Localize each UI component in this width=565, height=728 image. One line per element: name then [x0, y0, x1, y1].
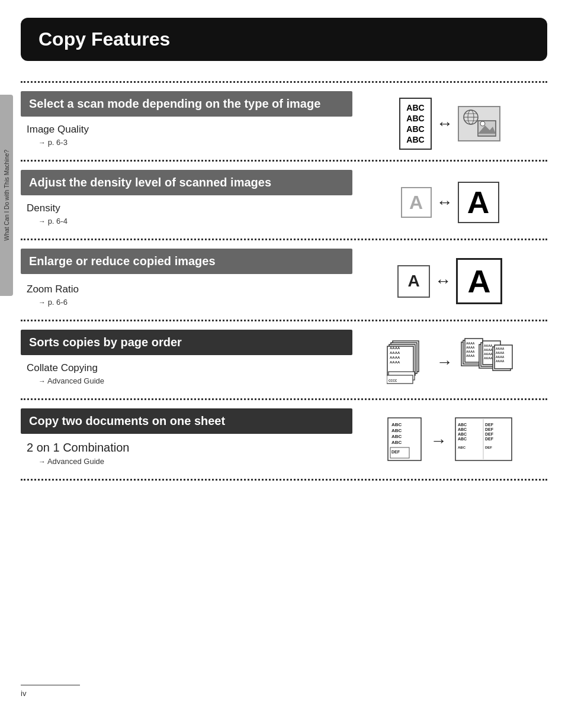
svg-text:AAAA: AAAA	[484, 348, 493, 352]
sub-image-quality: Image Quality	[27, 124, 352, 136]
ref-text-5: Advanced Guide	[47, 457, 104, 466]
section-zoom: Enlarge or reduce copied images Zoom Rat…	[21, 249, 547, 311]
divider-5	[21, 398, 547, 400]
arrow-two-on-one: →	[431, 431, 447, 450]
iq-line2: ABC	[406, 113, 424, 124]
svg-text:DEF: DEF	[485, 437, 494, 441]
svg-text:ABC: ABC	[391, 440, 402, 445]
density-large-box: A	[458, 182, 499, 223]
svg-text:AAAA: AAAA	[484, 356, 493, 360]
ref-text-1: p. 6-3	[48, 138, 68, 147]
ref-density: → p. 6-4	[38, 217, 352, 226]
svg-text:DEF: DEF	[485, 427, 494, 431]
svg-text:AAAA: AAAA	[390, 360, 400, 364]
arrow-zoom: ↔	[435, 272, 451, 291]
section-density-left: Adjust the density level of scanned imag…	[21, 170, 352, 230]
ref-arrow-1: →	[38, 138, 46, 147]
ref-zoom: → p. 6-6	[38, 298, 352, 307]
svg-text:DEF: DEF	[391, 450, 400, 454]
svg-text:AAAA: AAAA	[496, 359, 505, 363]
ref-collate: → Advanced Guide	[38, 376, 352, 385]
iq-line3: ABC	[406, 124, 424, 134]
arrow-image-quality: ↔	[436, 114, 453, 133]
svg-text:AAAA: AAAA	[484, 344, 493, 347]
two-on-one-result-svg: ABC ABC ABC ABC ABC DEF DEF DEF DEF DEF	[454, 417, 513, 465]
section-collate-illustration: AAAA AAAA AAAA AAAA BBBB CCCC → AAAA AAA…	[352, 330, 547, 389]
svg-text:ABC: ABC	[391, 434, 402, 439]
iq-photo-svg	[460, 108, 498, 140]
footer: iv	[21, 685, 80, 698]
section-image-quality-left: Select a scan mode depending on the type…	[21, 91, 352, 152]
section-density: Adjust the density level of scanned imag…	[21, 170, 547, 230]
svg-text:AAAA: AAAA	[496, 355, 505, 359]
divider-2	[21, 160, 547, 162]
section-zoom-left: Enlarge or reduce copied images Zoom Rat…	[21, 249, 352, 311]
iq-line1: ABC	[406, 102, 424, 113]
svg-text:AAAA: AAAA	[466, 350, 475, 353]
divider-4	[21, 320, 547, 321]
heading-two-on-one: Copy two documents on one sheet	[21, 408, 352, 434]
section-image-quality-illustration: ABC ABC ABC ABC ↔	[352, 91, 547, 150]
svg-text:CCCC: CCCC	[389, 379, 397, 382]
svg-text:ABC: ABC	[458, 446, 466, 449]
heading-image-quality: Select a scan mode depending on the type…	[21, 91, 352, 117]
collate-after-svg: AAAA AAAA AAAA AAAA AAAA AAAA AAAA AAAA …	[460, 336, 513, 388]
ref-text-4: Advanced Guide	[47, 376, 104, 385]
svg-text:ABC: ABC	[458, 423, 467, 427]
heading-density: Adjust the density level of scanned imag…	[21, 170, 352, 195]
section-collate: Sorts copies by page order Collate Copyi…	[21, 330, 547, 390]
zoom-small-letter: A	[407, 272, 419, 291]
section-two-on-one: Copy two documents on one sheet 2 on 1 C…	[21, 408, 547, 471]
section-two-on-one-left: Copy two documents on one sheet 2 on 1 C…	[21, 408, 352, 471]
iq-photo-box	[458, 106, 500, 141]
svg-text:AAAA: AAAA	[390, 356, 400, 359]
svg-text:AAAA: AAAA	[466, 354, 475, 357]
svg-text:AAAA: AAAA	[484, 352, 493, 356]
sub-two-on-one: 2 on 1 Combination	[27, 441, 352, 455]
ref-text-2: p. 6-4	[48, 217, 68, 226]
ref-text-3: p. 6-6	[48, 298, 68, 307]
svg-point-7	[480, 121, 485, 126]
svg-text:AAAA: AAAA	[496, 351, 505, 355]
main-content: Select a scan mode depending on the type…	[21, 61, 547, 481]
iq-text-box: ABC ABC ABC ABC	[399, 98, 431, 150]
ref-two-on-one: → Advanced Guide	[38, 457, 352, 466]
page-title: Copy Features	[38, 28, 529, 50]
sub-density: Density	[27, 202, 352, 214]
sub-collate: Collate Copying	[27, 362, 352, 374]
ref-image-quality: → p. 6-3	[38, 138, 352, 147]
svg-text:DEF: DEF	[485, 446, 492, 449]
density-small-box: A	[401, 187, 432, 218]
section-zoom-illustration: A ↔ A	[352, 249, 547, 308]
divider-6	[21, 479, 547, 481]
svg-text:AAAA: AAAA	[496, 347, 505, 350]
arrow-collate: →	[436, 353, 453, 372]
ref-arrow-4: →	[38, 377, 46, 385]
zoom-small-box: A	[397, 265, 430, 298]
ref-arrow-5: →	[38, 458, 46, 466]
sub-zoom: Zoom Ratio	[27, 284, 352, 295]
svg-text:AAAA: AAAA	[466, 346, 475, 349]
footer-page-number: iv	[21, 689, 26, 698]
svg-text:AAAA: AAAA	[390, 346, 400, 350]
iq-line4: ABC	[406, 134, 424, 145]
svg-text:ABC: ABC	[391, 428, 402, 433]
collate-before-svg: AAAA AAAA AAAA AAAA BBBB CCCC	[387, 336, 429, 388]
section-two-on-one-illustration: ABC ABC ABC ABC DEF → ABC ABC ABC ABC AB…	[352, 408, 547, 468]
side-tab: What Can I Do with This Machine?	[0, 95, 13, 296]
section-collate-left: Sorts copies by page order Collate Copyi…	[21, 330, 352, 390]
section-image-quality: Select a scan mode depending on the type…	[21, 91, 547, 152]
footer-line	[21, 685, 80, 685]
density-small-letter: A	[409, 192, 423, 214]
ref-arrow-2: →	[38, 217, 46, 226]
zoom-large-letter: A	[468, 263, 491, 299]
ref-arrow-3: →	[38, 298, 46, 307]
svg-text:ABC: ABC	[458, 432, 467, 436]
divider-3	[21, 239, 547, 240]
svg-text:ABC: ABC	[391, 422, 402, 427]
svg-text:ABC: ABC	[458, 437, 467, 441]
arrow-density: ↔	[436, 193, 453, 212]
heading-zoom: Enlarge or reduce copied images	[21, 249, 352, 274]
side-tab-label: What Can I Do with This Machine?	[4, 150, 10, 241]
svg-text:AAAA: AAAA	[390, 351, 400, 355]
